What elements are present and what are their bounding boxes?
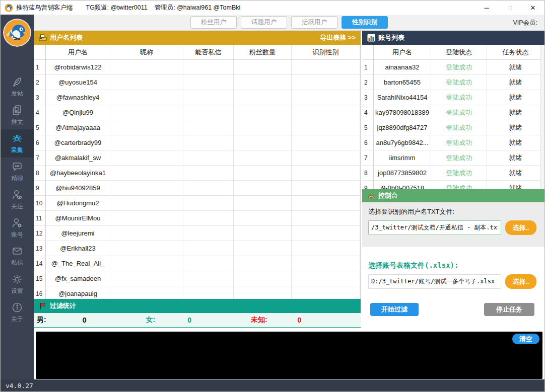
empty-cell	[110, 286, 183, 299]
account-row[interactable]: 5jqz8890dfg84727登陆成功就绪	[362, 120, 544, 135]
user-row[interactable]: 12@leejuremi	[34, 226, 360, 241]
user-row[interactable]: 1@robidarwis122	[34, 60, 360, 75]
row-number: 7	[34, 150, 46, 166]
task-status-cell: 就绪	[487, 135, 544, 150]
stop-task-button[interactable]: 停止任务	[484, 303, 534, 316]
sidebar-item-account[interactable]: 账号	[1, 214, 34, 242]
console-panel-title: 控制台	[378, 191, 398, 200]
row-number: 9	[362, 181, 374, 189]
account-row[interactable]: 8jop08773859802登陆成功就绪	[362, 166, 544, 181]
empty-cell	[292, 211, 360, 226]
user-row[interactable]: 14@_The_Real_Ali_	[34, 256, 360, 271]
user-row[interactable]: 5@Atmajayaaaa	[34, 120, 360, 135]
empty-cell	[234, 75, 292, 90]
empty-cell	[110, 256, 183, 271]
user-row[interactable]: 9@hiu94092859	[34, 181, 360, 196]
username-cell: @fawnashley4	[46, 90, 110, 105]
row-number: 8	[34, 166, 46, 181]
flag-icon	[39, 302, 47, 310]
sidebar-item-tweet[interactable]: 推文	[1, 101, 34, 129]
export-table-link[interactable]: 导出表格 >>	[320, 33, 356, 42]
user-row[interactable]: 8@haybeeolayinka1	[34, 166, 360, 181]
login-status-cell: 登陆成功	[431, 75, 487, 90]
user-row[interactable]: 11@MounirElMou	[34, 211, 360, 226]
empty-cell	[234, 211, 292, 226]
user-row[interactable]: 6@carterbrady99	[34, 135, 360, 150]
empty-cell	[110, 105, 183, 120]
account-row[interactable]: 9j9-0b0l-007518登陆成功就绪	[362, 181, 544, 189]
clear-log-button[interactable]: 清空	[512, 334, 539, 344]
txt-file-input[interactable]	[368, 220, 501, 235]
minimize-button[interactable]: ─	[475, 1, 498, 15]
male-label: 男:	[37, 316, 46, 325]
sidebar-item-about[interactable]: 关于	[1, 298, 34, 327]
row-number: 14	[34, 256, 46, 271]
user-row[interactable]: 16@joanapauig	[34, 286, 360, 299]
account-row[interactable]: 1ainaanaa32登陆成功就绪	[362, 60, 544, 75]
account-username-cell: SarahiNixo44154	[374, 90, 431, 105]
sidebar-item-settings[interactable]: 设置	[1, 270, 34, 298]
login-status-cell: 登陆成功	[431, 166, 487, 181]
sidebar-item-post[interactable]: 发帖	[1, 73, 34, 101]
sidebar-item-dm[interactable]: 私信	[1, 242, 34, 270]
choose-txt-button[interactable]: 选择..	[505, 220, 536, 235]
user-row[interactable]: 4@Qinjiu99	[34, 105, 360, 120]
empty-cell	[183, 271, 234, 286]
row-number: 7	[362, 150, 374, 166]
empty-cell	[110, 241, 183, 256]
sidebar-item-label: 发帖	[11, 90, 23, 98]
xlsx-file-input[interactable]	[368, 274, 501, 289]
account-table: 用户名 登陆状态 任务状态 1ainaanaa32登陆成功就绪2barton65…	[362, 45, 544, 189]
row-number: 4	[362, 105, 374, 120]
sidebar-item-chat[interactable]: 精聊	[1, 158, 34, 186]
col-rownum	[362, 45, 374, 60]
account-row[interactable]: 6an8u7y6gb9842...登陆成功就绪	[362, 135, 544, 150]
empty-cell	[110, 181, 183, 196]
sidebar-item-follow[interactable]: 关注	[1, 186, 34, 214]
account-row[interactable]: 4kay978098018389登陆成功就绪	[362, 105, 544, 120]
row-number: 16	[34, 286, 46, 299]
col-username: 用户名	[46, 45, 110, 60]
tab-fans[interactable]: 粉丝用户	[190, 16, 237, 29]
row-number: 9	[34, 181, 46, 196]
start-filter-button[interactable]: 开始过滤	[370, 303, 419, 316]
empty-cell	[234, 120, 292, 135]
tab-gender[interactable]: 性别识别	[342, 16, 388, 29]
app-window: 推特蓝鸟营销客户端 TG频道: @twitter0011 管理员: @haiwa…	[0, 0, 545, 392]
empty-cell	[234, 256, 292, 271]
sidebar-item-collect[interactable]: 采集	[1, 129, 34, 158]
tab-topic[interactable]: 话题用户	[241, 16, 287, 29]
col-nickname: 昵称	[110, 45, 183, 60]
user-row[interactable]: 15@fx_samadeen	[34, 271, 360, 286]
account-panel: 账号列表 用户名 登陆状态 任务状态 1ainaanaa32登陆成功就绪2bar…	[361, 31, 544, 328]
username-cell: @Hudongmu2	[46, 196, 110, 211]
user-row[interactable]: 2@uyosue154	[34, 75, 360, 90]
user-row[interactable]: 10@Hudongmu2	[34, 196, 360, 211]
empty-cell	[110, 60, 183, 75]
username-cell: @leejuremi	[46, 226, 110, 241]
username-list-header: 用户名列表 导出表格 >>	[34, 31, 361, 45]
empty-cell	[234, 196, 292, 211]
user-row[interactable]: 3@fawnashley4	[34, 90, 360, 105]
account-row[interactable]: 3SarahiNixo44154登陆成功就绪	[362, 90, 544, 105]
username-cell: @carterbrady99	[46, 135, 110, 150]
account-row[interactable]: 7iimsrimm登陆成功就绪	[362, 150, 544, 166]
tab-active-users[interactable]: 活跃用户	[291, 16, 337, 29]
maximize-button[interactable]: □	[498, 1, 521, 15]
username-list-panel: 用户名列表 导出表格 >> 用户名 昵称 能否私信 粉丝数量 识别性别 1@ro…	[34, 31, 361, 328]
empty-cell	[292, 105, 360, 120]
empty-cell	[110, 211, 183, 226]
row-number: 12	[34, 226, 46, 241]
choose-xlsx-button[interactable]: 选择..	[505, 274, 536, 289]
close-button[interactable]: ✕	[521, 1, 544, 15]
empty-cell	[183, 60, 234, 75]
account-username-cell: ainaanaa32	[374, 60, 431, 75]
sidebar-item-label: 账号	[11, 230, 23, 239]
console-panel-header: 控制台	[362, 189, 544, 202]
empty-cell	[234, 181, 292, 196]
user-row[interactable]: 13@Erikhall23	[34, 241, 360, 256]
empty-cell	[292, 135, 360, 150]
account-row[interactable]: 2barton65455登陆成功就绪	[362, 75, 544, 90]
user-row[interactable]: 7@akmalakif_sw	[34, 150, 360, 166]
empty-cell	[292, 241, 360, 256]
